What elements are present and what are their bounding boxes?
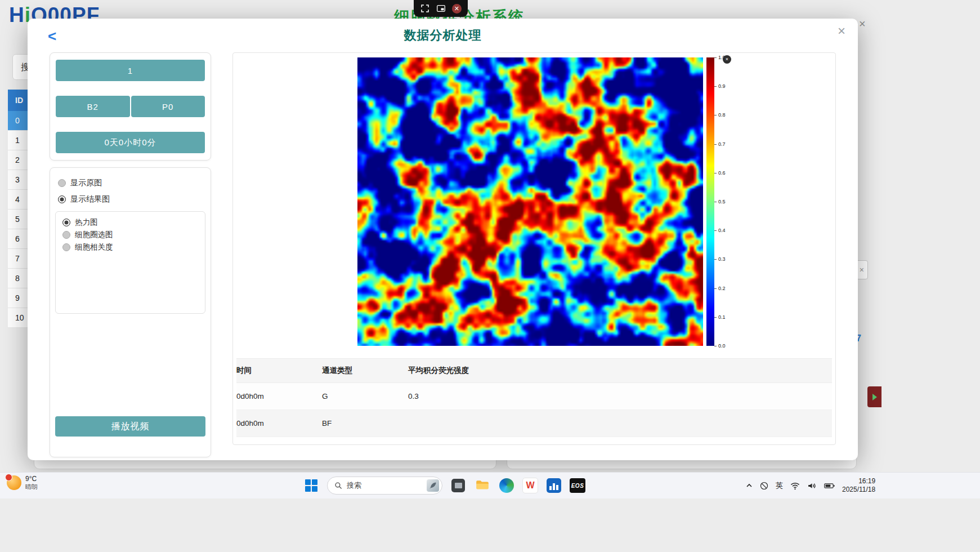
sample-info-panel: 1 B2 P0 0天0小时0分: [50, 52, 211, 161]
windows-logo-icon: [305, 479, 317, 492]
colorbar-tick-label: 0.3: [716, 256, 726, 262]
weather-alert-dot: [5, 474, 12, 481]
colorbar-tick-label: 0.9: [716, 83, 726, 89]
play-glyph-icon: [872, 394, 877, 400]
eos-app-icon[interactable]: EOS: [570, 478, 585, 493]
result-table-row: 0d0h0mBF: [236, 410, 832, 437]
search-icon: [334, 482, 342, 489]
app-icon-window[interactable]: [450, 477, 467, 494]
ime-indicator[interactable]: 英: [776, 480, 783, 491]
elapsed-time-button[interactable]: 0天0小时0分: [56, 132, 205, 153]
colorbar-tick-label: 0.2: [716, 286, 726, 291]
radio-icon[interactable]: [62, 231, 70, 239]
result-table-row: 0d0h0mG0.3: [236, 383, 832, 410]
colorbar-tick-label: 0.1: [716, 314, 726, 320]
colorbar-ticks: 1.00.90.80.70.60.50.40.30.20.10.0: [716, 57, 733, 346]
radio-label: 细胞相关度: [75, 242, 113, 252]
position-button[interactable]: P0: [131, 96, 205, 117]
display-options-panel: 显示原图显示结果图 热力图细胞圈选图细胞相关度 播放视频: [50, 167, 211, 457]
dialog-close-icon[interactable]: ×: [834, 23, 849, 39]
viewer-panel: 1.00.90.80.70.60.50.40.30.20.10.0 × 时间通道…: [232, 52, 836, 445]
play-video-button[interactable]: 播放视频: [55, 416, 205, 437]
radio-label: 显示原图: [70, 178, 102, 188]
taskbar-center: 搜索 W EOS: [303, 473, 585, 498]
wifi-icon[interactable]: [790, 482, 800, 490]
clock-widget[interactable]: 16:19 2025/11/18: [842, 477, 875, 494]
result-type-radios: 热力图细胞圈选图细胞相关度: [58, 216, 203, 253]
radio-selected-icon[interactable]: [58, 195, 66, 203]
weather-icon: [7, 475, 21, 490]
dialog-title: 数据分析处理: [28, 27, 858, 44]
result-table-cell: 0d0h0m: [236, 419, 322, 428]
result-type-panel: 热力图细胞圈选图细胞相关度: [55, 211, 205, 314]
taskbar: 9°C 晴朗 搜索 W EOS: [0, 472, 980, 498]
result-table: 时间通道类型平均积分荧光强度 0d0h0mG0.30d0h0mBF: [236, 358, 832, 437]
pip-window-icon[interactable]: [436, 3, 446, 14]
colorbar-close-icon[interactable]: ×: [723, 55, 731, 64]
colorbar-tick-label: 0.5: [716, 199, 726, 204]
result-table-header: 时间通道类型平均积分荧光强度: [236, 358, 832, 383]
row-button[interactable]: B2: [56, 96, 130, 117]
radio-option[interactable]: 细胞相关度: [58, 241, 203, 253]
radio-option[interactable]: 细胞圈选图: [58, 229, 203, 241]
colorbar-tick-label: 0.4: [716, 228, 726, 233]
display-mode-radios: 显示原图显示结果图: [50, 175, 211, 207]
clear-icon[interactable]: ×: [860, 265, 864, 274]
radio-label: 热力图: [75, 217, 98, 228]
fullscreen-icon[interactable]: [420, 3, 430, 14]
chart-app-icon[interactable]: [545, 477, 562, 494]
result-table-cell: BF: [322, 419, 408, 428]
file-explorer-icon[interactable]: [474, 477, 491, 494]
screen: HiQ00PF 细胞数据分析系统 搜索 ID 012345678910 × × …: [0, 0, 980, 552]
search-highlight-icon: [427, 479, 439, 492]
colorbar-tick-label: 0.8: [716, 112, 726, 118]
background-close-icon[interactable]: ×: [859, 17, 866, 30]
colorbar-tick-label: 0.7: [716, 141, 726, 147]
taskbar-search-box[interactable]: 搜索: [327, 477, 442, 495]
radio-icon[interactable]: [58, 179, 66, 187]
colorbar: [706, 57, 714, 346]
weather-temperature: 9°C: [25, 475, 38, 483]
heatmap-image: [357, 57, 703, 346]
tray-chevron-icon[interactable]: [746, 482, 753, 489]
capture-close-icon[interactable]: ✕: [452, 4, 462, 14]
edge-browser-icon[interactable]: [498, 477, 515, 494]
radio-icon[interactable]: [62, 243, 70, 251]
result-table-cell: 0d0h0m: [236, 392, 322, 400]
colorbar-tick-label: 0.0: [716, 343, 726, 349]
tray-date: 2025/11/18: [842, 486, 875, 494]
result-table-body: 0d0h0mG0.30d0h0mBF: [236, 383, 832, 437]
result-table-header-cell: 平均积分荧光强度: [408, 366, 832, 376]
data-analysis-dialog: < 数据分析处理 × 1 B2 P0 0天0小时0分 显示原图显示结果图 热力图…: [28, 19, 858, 460]
well-button[interactable]: 1: [56, 60, 205, 81]
status-crossed-circle-icon[interactable]: [760, 482, 768, 490]
wps-icon[interactable]: W: [522, 478, 538, 493]
result-table-header-cell: 通道类型: [322, 366, 408, 376]
result-table-cell: G: [322, 392, 408, 400]
radio-option[interactable]: 显示结果图: [50, 191, 211, 207]
capture-toolbar: ✕: [414, 0, 468, 17]
battery-icon[interactable]: [824, 482, 835, 489]
taskbar-search-label: 搜索: [347, 480, 422, 491]
radio-option[interactable]: 热力图: [58, 216, 203, 229]
result-table-header-cell: 时间: [236, 366, 322, 376]
radio-option[interactable]: 显示原图: [50, 175, 211, 191]
colorbar-tick-label: 0.6: [716, 170, 726, 176]
taskbar-tray: 英 16:19 2025/11/18: [746, 473, 875, 498]
result-table-cell: 0.3: [408, 392, 832, 400]
tray-time: 16:19: [858, 477, 875, 486]
radio-label: 显示结果图: [70, 194, 110, 204]
volume-icon[interactable]: [807, 482, 817, 490]
weather-widget[interactable]: 9°C 晴朗: [7, 475, 38, 490]
radio-label: 细胞圈选图: [75, 230, 113, 240]
start-button[interactable]: [303, 477, 320, 494]
floating-widget[interactable]: [867, 386, 881, 407]
weather-condition: 晴朗: [25, 483, 38, 491]
radio-selected-icon[interactable]: [62, 219, 70, 226]
